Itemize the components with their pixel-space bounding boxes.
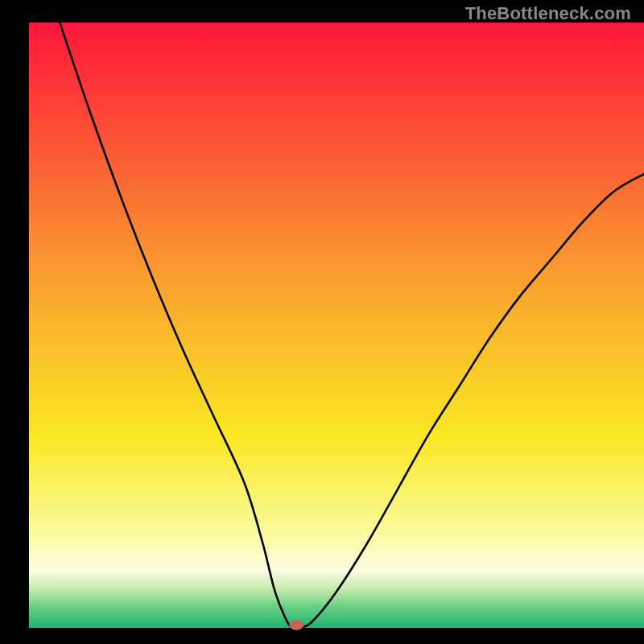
chart-container: TheBottleneck.com	[0, 0, 644, 644]
gradient-background	[29, 23, 644, 628]
optimal-point-marker	[289, 620, 303, 630]
watermark-text: TheBottleneck.com	[465, 3, 631, 24]
bottleneck-chart	[0, 0, 644, 644]
